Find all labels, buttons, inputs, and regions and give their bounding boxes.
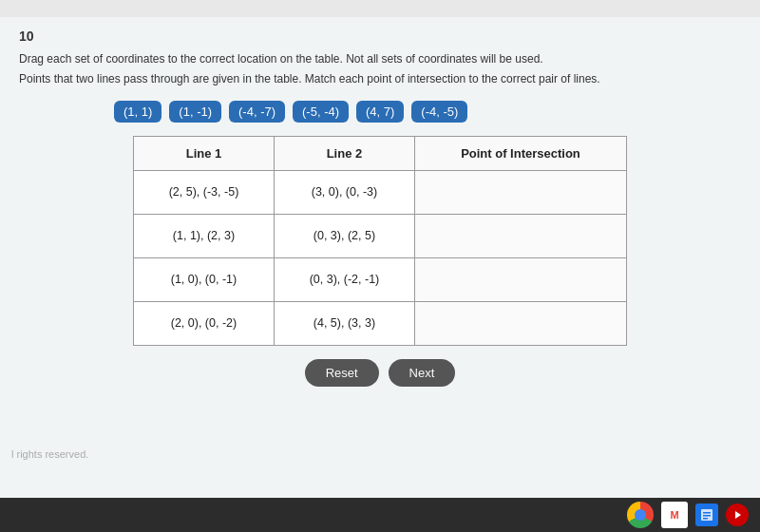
footer-rights: l rights reserved. — [11, 448, 88, 460]
files-icon[interactable] — [695, 504, 718, 526]
chip-4-7[interactable]: (4, 7) — [356, 101, 404, 123]
table-row: (1, 0), (0, -1) (0, 3), (-2, -1) — [134, 257, 627, 301]
row1-line2: (3, 0), (0, -3) — [274, 170, 414, 214]
chrome-icon[interactable] — [627, 502, 654, 528]
header-line2: Line 2 — [274, 136, 414, 170]
chip--4--5[interactable]: (-4, -5) — [411, 101, 467, 123]
row3-intersection[interactable] — [414, 257, 626, 301]
draggable-items-container: (1, 1) (1, -1) (-4, -7) (-5, -4) (4, 7) … — [114, 101, 741, 123]
row4-line1: (2, 0), (0, -2) — [134, 301, 275, 345]
reset-button[interactable]: Reset — [305, 359, 379, 387]
chip--4--7[interactable]: (-4, -7) — [229, 101, 285, 123]
row4-intersection[interactable] — [414, 301, 626, 345]
chip--5--4[interactable]: (-5, -4) — [293, 101, 349, 123]
top-bar — [0, 0, 760, 17]
chip-1-1[interactable]: (1, 1) — [114, 101, 162, 123]
row2-line1: (1, 1), (2, 3) — [134, 214, 275, 257]
row1-intersection[interactable] — [414, 170, 626, 214]
row1-line1: (2, 5), (-3, -5) — [134, 170, 275, 214]
row2-line2: (0, 3), (2, 5) — [274, 214, 414, 257]
row3-line2: (0, 3), (-2, -1) — [274, 257, 414, 301]
row3-line1: (1, 0), (0, -1) — [134, 257, 275, 301]
table-wrapper: Line 1 Line 2 Point of Intersection (2, … — [19, 136, 741, 346]
intersection-table: Line 1 Line 2 Point of Intersection (2, … — [133, 136, 627, 346]
row2-intersection[interactable] — [414, 214, 626, 257]
table-row: (2, 5), (-3, -5) (3, 0), (0, -3) — [134, 170, 627, 214]
svg-rect-3 — [703, 518, 708, 520]
main-content: 10 Drag each set of coordinates to the c… — [0, 17, 760, 498]
svg-rect-1 — [703, 512, 711, 514]
table-row: (2, 0), (0, -2) (4, 5), (3, 3) — [134, 301, 627, 345]
row4-line2: (4, 5), (3, 3) — [274, 301, 414, 345]
next-button[interactable]: Next — [389, 359, 456, 387]
youtube-icon[interactable] — [726, 504, 749, 526]
instruction1: Drag each set of coordinates to the corr… — [19, 51, 741, 67]
button-row: Reset Next — [19, 359, 741, 387]
header-intersection: Point of Intersection — [414, 136, 626, 170]
svg-marker-4 — [735, 511, 741, 519]
instruction2: Points that two lines pass through are g… — [19, 71, 741, 87]
question-number: 10 — [19, 28, 741, 44]
chip-1--1[interactable]: (1, -1) — [169, 101, 221, 123]
header-line1: Line 1 — [134, 136, 275, 170]
svg-rect-2 — [703, 515, 711, 517]
table-row: (1, 1), (2, 3) (0, 3), (2, 5) — [134, 214, 627, 257]
taskbar: M — [0, 498, 760, 532]
gmail-icon[interactable]: M — [661, 502, 688, 528]
